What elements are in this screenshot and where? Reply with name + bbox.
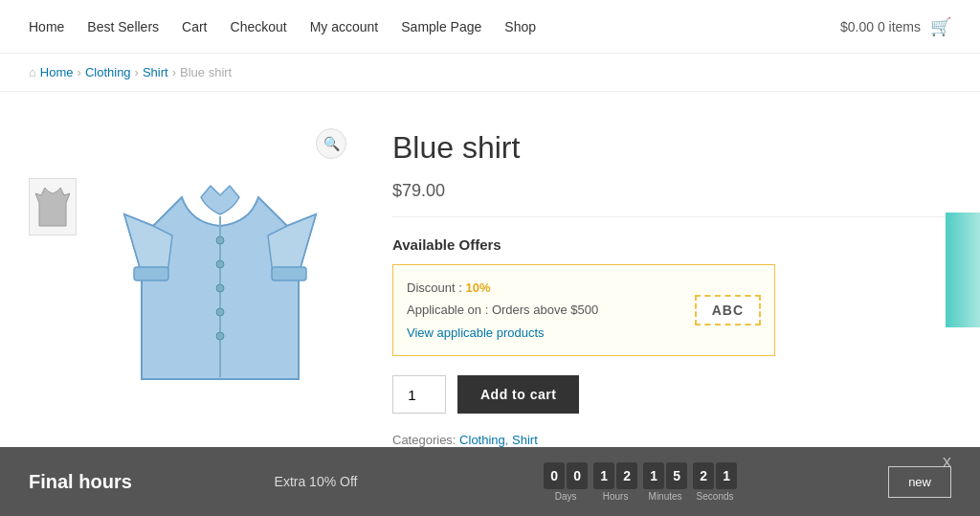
- offer-box: Discount : 10% Applicable on : Orders ab…: [392, 264, 775, 356]
- timer-days-digit2: 0: [567, 462, 588, 489]
- category-shirt[interactable]: Shirt: [512, 433, 538, 447]
- timer-days: 0 0 Days: [544, 462, 588, 502]
- timer-seconds: 2 1 Seconds: [693, 462, 737, 502]
- nav-shop[interactable]: Shop: [504, 19, 536, 34]
- svg-point-7: [216, 332, 224, 340]
- nav-my-account[interactable]: My account: [310, 19, 379, 34]
- offers-title: Available Offers: [392, 236, 951, 253]
- header-cart-area: $0.00 0 items 🛒: [840, 16, 951, 37]
- offer-discount-line: Discount : 10%: [407, 277, 598, 299]
- timer-minutes-digit2: 5: [666, 462, 687, 489]
- quantity-input[interactable]: [392, 375, 446, 414]
- nav-checkout[interactable]: Checkout: [231, 19, 287, 34]
- product-image: [115, 140, 325, 408]
- product-categories: Categories: Clothing, Shirt: [392, 433, 951, 447]
- timer-hours-digit1: 1: [593, 462, 614, 489]
- discount-percent: 10%: [465, 280, 490, 295]
- timer-hours-digit2: 2: [616, 462, 637, 489]
- breadcrumb-shirt[interactable]: Shirt: [143, 65, 168, 79]
- timer-seconds-digit2: 1: [716, 462, 737, 489]
- offer-applicable-line: Applicable on : Orders above $500: [407, 299, 598, 321]
- timer-days-digit1: 0: [544, 462, 565, 489]
- thumbnail-gray-shirt[interactable]: [29, 178, 77, 236]
- home-icon: ⌂: [29, 65, 36, 79]
- product-info: Blue shirt $79.00 Available Offers Disco…: [354, 121, 951, 447]
- timer-minutes-digit1: 1: [643, 462, 664, 489]
- timer-minutes-label: Minutes: [649, 491, 682, 502]
- zoom-button[interactable]: 🔍: [316, 128, 346, 159]
- timer-seconds-label: Seconds: [697, 491, 734, 502]
- add-to-cart-row: Add to cart: [392, 375, 951, 414]
- site-header: Home Best Sellers Cart Checkout My accou…: [0, 0, 980, 54]
- timer-days-label: Days: [555, 491, 577, 502]
- timer-minutes: 1 5 Minutes: [643, 462, 687, 502]
- timer-hours: 1 2 Hours: [593, 462, 637, 502]
- breadcrumb-sep2: ›: [135, 65, 139, 79]
- breadcrumb-clothing[interactable]: Clothing: [85, 65, 131, 79]
- banner-title: Final hours: [29, 471, 220, 493]
- svg-rect-1: [272, 267, 306, 280]
- coupon-code-button[interactable]: ABC: [695, 295, 761, 325]
- main-content: 🔍 Blue shirt $79.00 A: [0, 92, 980, 447]
- banner-offer-text: Extra 10% Off: [220, 474, 412, 489]
- breadcrumb-home[interactable]: Home: [40, 65, 74, 79]
- breadcrumb-sep3: ›: [172, 65, 176, 79]
- right-edge-thumbnail[interactable]: [946, 213, 980, 327]
- banner-close-button[interactable]: X: [943, 455, 951, 470]
- timer-seconds-digit1: 2: [693, 462, 714, 489]
- svg-point-3: [216, 236, 224, 244]
- svg-point-4: [216, 260, 224, 268]
- product-title: Blue shirt: [392, 130, 951, 166]
- add-to-cart-button[interactable]: Add to cart: [457, 375, 579, 414]
- svg-point-5: [216, 284, 224, 292]
- nav-home[interactable]: Home: [29, 19, 64, 34]
- nav-sample-page[interactable]: Sample Page: [401, 19, 481, 34]
- nav-cart[interactable]: Cart: [182, 19, 207, 34]
- shopping-cart-icon[interactable]: 🛒: [930, 16, 951, 37]
- svg-point-6: [216, 308, 224, 316]
- breadcrumb: ⌂ Home › Clothing › Shirt › Blue shirt: [0, 54, 980, 92]
- product-price: $79.00: [392, 181, 951, 217]
- view-applicable-products-link[interactable]: View applicable products: [407, 325, 545, 340]
- product-image-area: 🔍: [86, 121, 354, 427]
- svg-rect-0: [134, 267, 168, 280]
- cart-amount: $0.00 0 items: [840, 19, 921, 34]
- offer-text: Discount : 10% Applicable on : Orders ab…: [407, 277, 598, 344]
- bottom-banner: X Final hours Extra 10% Off 0 0 Days 1 2…: [0, 447, 980, 516]
- countdown-timer: 0 0 Days 1 2 Hours 1 5 Minutes 2 1 Secon…: [412, 462, 869, 502]
- breadcrumb-current: Blue shirt: [180, 65, 232, 79]
- main-nav: Home Best Sellers Cart Checkout My accou…: [29, 19, 536, 34]
- breadcrumb-sep1: ›: [78, 65, 81, 79]
- banner-cta-button[interactable]: new: [888, 466, 951, 498]
- nav-best-sellers[interactable]: Best Sellers: [87, 19, 159, 34]
- category-clothing[interactable]: Clothing: [459, 433, 505, 447]
- timer-hours-label: Hours: [603, 491, 629, 502]
- product-thumbnails: [29, 121, 77, 447]
